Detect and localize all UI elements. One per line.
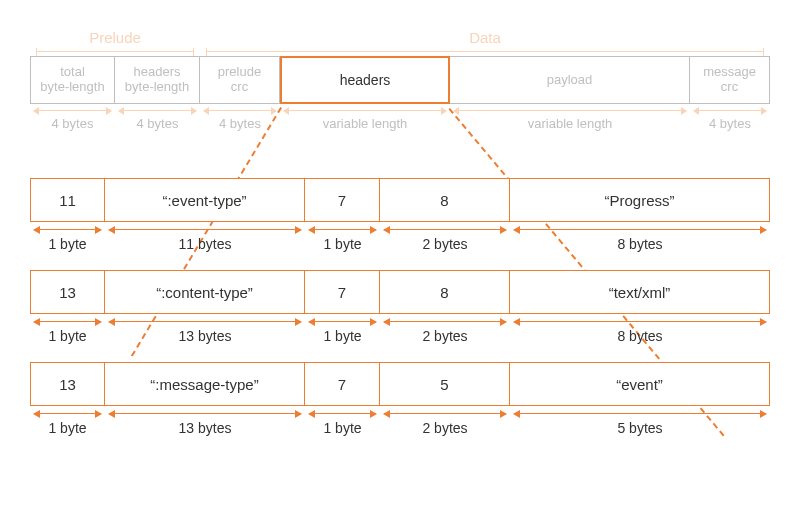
dim-payload-text: variable length	[528, 116, 613, 131]
hdr-value: “Progress”	[510, 178, 770, 222]
hdr-name: “:event-type”	[105, 178, 305, 222]
dim-text: 8 bytes	[617, 328, 662, 344]
dim: 1 byte	[30, 316, 105, 344]
dim: 5 bytes	[510, 408, 770, 436]
cell-headers-byte-length: headersbyte-length	[115, 56, 200, 104]
dim-text: 1 byte	[323, 420, 361, 436]
header-record: 11 “:event-type” 7 8 “Progress” 1 byte 1…	[30, 178, 770, 252]
dim-text: 11 bytes	[179, 236, 232, 252]
record-row: 11 “:event-type” 7 8 “Progress”	[30, 178, 770, 222]
top-group-labels: Prelude Data	[30, 29, 770, 52]
dim-mcrc-text: 4 bytes	[709, 116, 751, 131]
dim: 1 byte	[30, 224, 105, 252]
header-record: 13 “:message-type” 7 5 “event” 1 byte 13…	[30, 362, 770, 436]
dim-total-text: 4 bytes	[52, 116, 94, 131]
header-records: 11 “:event-type” 7 8 “Progress” 1 byte 1…	[30, 160, 770, 436]
hdr-name: “:message-type”	[105, 362, 305, 406]
dim: 13 bytes	[105, 316, 305, 344]
hdr-value: “text/xml”	[510, 270, 770, 314]
hdr-value-len: 5	[380, 362, 510, 406]
hdr-value-len: 8	[380, 178, 510, 222]
dim-headers: variable length	[280, 106, 450, 131]
record-dims: 1 byte 13 bytes 1 byte 2 bytes 5 bytes	[30, 408, 770, 436]
group-data: Data	[200, 29, 770, 52]
overview-cells: totalbyte-length headersbyte-length prel…	[30, 56, 770, 104]
overview-block: Prelude Data totalbyte-length headersbyt…	[30, 29, 770, 131]
hdr-name: “:content-type”	[105, 270, 305, 314]
dim-text: 1 byte	[48, 328, 86, 344]
dim-text: 2 bytes	[422, 236, 467, 252]
cell-message-crc: messagecrc	[690, 56, 770, 104]
dim-text: 2 bytes	[422, 328, 467, 344]
dim-text: 5 bytes	[617, 420, 662, 436]
dim-hlen: 4 bytes	[115, 106, 200, 131]
hdr-type: 7	[305, 362, 380, 406]
dim-text: 1 byte	[323, 328, 361, 344]
dim: 2 bytes	[380, 408, 510, 436]
record-row: 13 “:content-type” 7 8 “text/xml”	[30, 270, 770, 314]
dim: 11 bytes	[105, 224, 305, 252]
dim-text: 1 byte	[48, 420, 86, 436]
dim: 8 bytes	[510, 316, 770, 344]
dim-payload: variable length	[450, 106, 690, 131]
dim: 1 byte	[30, 408, 105, 436]
dim: 1 byte	[305, 408, 380, 436]
dim-total: 4 bytes	[30, 106, 115, 131]
hdr-name-len: 11	[30, 178, 105, 222]
dim-text: 13 bytes	[179, 328, 232, 344]
cell-total-byte-length: totalbyte-length	[30, 56, 115, 104]
dim-mcrc: 4 bytes	[690, 106, 770, 131]
hdr-value-len: 8	[380, 270, 510, 314]
dim: 2 bytes	[380, 224, 510, 252]
dim-headers-text: variable length	[323, 116, 408, 131]
cell-prelude-crc: preludecrc	[200, 56, 280, 104]
record-dims: 1 byte 11 bytes 1 byte 2 bytes 8 bytes	[30, 224, 770, 252]
dim: 13 bytes	[105, 408, 305, 436]
record-row: 13 “:message-type” 7 5 “event”	[30, 362, 770, 406]
hdr-type: 7	[305, 178, 380, 222]
group-prelude: Prelude	[30, 29, 200, 52]
dim: 8 bytes	[510, 224, 770, 252]
dim-text: 1 byte	[48, 236, 86, 252]
cell-payload: payload	[450, 56, 690, 104]
hdr-name-len: 13	[30, 362, 105, 406]
record-dims: 1 byte 13 bytes 1 byte 2 bytes 8 bytes	[30, 316, 770, 344]
dim-hlen-text: 4 bytes	[137, 116, 179, 131]
dim: 1 byte	[305, 224, 380, 252]
dim: 1 byte	[305, 316, 380, 344]
cell-headers: headers	[280, 56, 450, 104]
header-record: 13 “:content-type” 7 8 “text/xml” 1 byte…	[30, 270, 770, 344]
hdr-name-len: 13	[30, 270, 105, 314]
dim-text: 8 bytes	[617, 236, 662, 252]
hdr-value: “event”	[510, 362, 770, 406]
dim-text: 1 byte	[323, 236, 361, 252]
hdr-type: 7	[305, 270, 380, 314]
overview-dims: 4 bytes 4 bytes 4 bytes variable length …	[30, 106, 770, 131]
dim-pcrc-text: 4 bytes	[219, 116, 261, 131]
dim-text: 13 bytes	[179, 420, 232, 436]
dim: 2 bytes	[380, 316, 510, 344]
dim-text: 2 bytes	[422, 420, 467, 436]
